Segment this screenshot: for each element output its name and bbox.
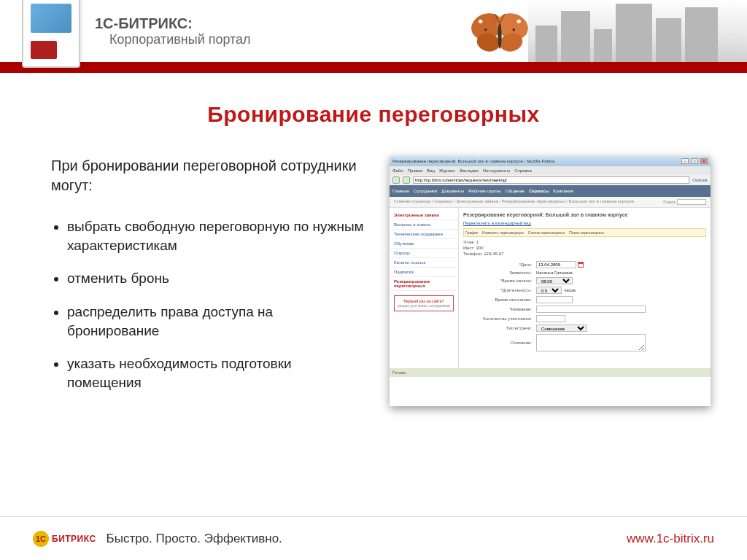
svg-point-5 (517, 20, 521, 23)
page-title: Резервирование переговорной: Большой зал… (463, 212, 706, 217)
nav-item[interactable]: Главная (392, 189, 409, 193)
end-time-label: Время окончания: (463, 298, 536, 302)
start-time-select[interactable]: 08:00 (536, 277, 573, 284)
bullet-item: выбрать свободную переговорную по нужным… (67, 217, 368, 254)
type-select[interactable]: Совещание (536, 324, 587, 332)
sidebar-item[interactable]: Вопросы и ответы (390, 220, 458, 230)
url-input[interactable] (413, 176, 689, 184)
window-controls: – □ × (681, 158, 708, 164)
nav-item[interactable]: Документы (441, 189, 464, 193)
svg-point-8 (498, 23, 501, 49)
portal-nav: Главная Сотрудники Документы Рабочие гру… (390, 185, 711, 197)
brand-subtitle: Корпоративный портал (109, 32, 251, 47)
address-bar: Outlook (390, 175, 711, 185)
back-icon[interactable] (392, 176, 400, 184)
menu-item[interactable]: Инструменты (483, 168, 510, 173)
calendar-view-link[interactable]: Переключить в календарный вид (463, 221, 531, 225)
nav-item[interactable]: Общение (506, 189, 525, 193)
menu-item[interactable]: Справка (514, 168, 532, 173)
bullet-item: распределить права доступа на бронирован… (67, 303, 368, 340)
slide-content: При бронировании переговорной сотрудники… (0, 127, 747, 406)
participants-input[interactable] (536, 315, 565, 322)
window-titlebar: Резервирование переговорной: Большой зал… (390, 156, 711, 166)
close-icon[interactable]: × (700, 158, 708, 164)
participants-label: Количество участников: (463, 316, 536, 321)
maximize-icon[interactable]: □ (691, 158, 698, 164)
requester-value: Наталья Гришина (536, 271, 573, 275)
desc-label: Описание: (463, 341, 536, 345)
promo-box[interactable]: Первый раз на сайте? раздел для новых со… (394, 295, 454, 311)
search-label: Поиск (663, 200, 676, 204)
menu-item[interactable]: Журнал (439, 168, 455, 173)
brand-title: 1С-БИТРИКС: (95, 15, 251, 32)
lead-text: При бронировании переговорной сотрудники… (51, 156, 368, 195)
start-time-label: *Время начала: (463, 279, 536, 283)
slide-header: 1С-БИТРИКС: Корпоративный портал (0, 0, 747, 73)
name-label: *Название: (463, 307, 536, 311)
requester-label: Заявитель: (463, 271, 536, 275)
end-time-input[interactable] (536, 296, 573, 303)
browser-screenshot: Резервирование переговорной: Большой зал… (390, 156, 711, 406)
svg-point-6 (484, 28, 487, 31)
slide-title: Бронирование переговорных (0, 102, 747, 127)
desc-textarea[interactable] (536, 334, 646, 351)
sidebar-item[interactable]: Резервирование переговорных (390, 277, 458, 291)
breadcrumb-bar: Главная страница / Сервисы / Электронные… (390, 197, 711, 208)
nav-item[interactable]: Рабочие группы (468, 189, 501, 193)
menu-item[interactable]: Вид (427, 168, 435, 173)
status-bar: Готово (390, 368, 711, 377)
search-input[interactable] (677, 199, 706, 205)
menu-item[interactable]: Закладки (460, 168, 479, 173)
window-title: Резервирование переговорной: Большой зал… (392, 159, 555, 163)
butterfly-icon (467, 7, 533, 58)
sidebar-item[interactable]: Электронные заявки (390, 211, 458, 220)
toolbar-item[interactable]: Поиск переговорных (569, 230, 604, 235)
menu-item[interactable]: Правка (408, 168, 422, 173)
calendar-icon[interactable] (578, 262, 584, 268)
cityscape-graphic (528, 0, 747, 62)
slide-footer: 1С БИТРИКС Быстро. Просто. Эффективно. w… (0, 516, 747, 560)
sidebar-item[interactable]: Опросы (390, 249, 458, 258)
footer-url: www.1c-bitrix.ru (627, 532, 714, 546)
bullet-item: отменить бронь (67, 269, 368, 288)
bullet-list: выбрать свободную переговорную по нужным… (51, 217, 368, 392)
duration-label: *Длительность: (463, 288, 536, 292)
logo-text: БИТРИКС (52, 534, 96, 544)
breadcrumb[interactable]: Главная страница / Сервисы / Электронные… (394, 199, 634, 205)
minimize-icon[interactable]: – (681, 158, 689, 164)
product-box-graphic (22, 0, 80, 68)
name-input[interactable] (536, 306, 646, 313)
duration-select[interactable]: 0.5 (536, 287, 562, 294)
sidebar-item[interactable]: Каталог ссылок (390, 258, 458, 268)
nav-item[interactable]: Компания (553, 189, 573, 193)
toolbar-item[interactable]: Список переговорных (528, 230, 565, 235)
forward-icon[interactable] (403, 176, 410, 184)
nav-item[interactable]: Сотрудники (414, 189, 438, 193)
toolbar-item[interactable]: График (465, 230, 478, 235)
type-label: Тип встречи: (463, 326, 536, 330)
date-label: *Дата: (463, 262, 536, 267)
sidebar-item[interactable]: Подписка (390, 268, 458, 277)
outlook-button[interactable]: Outlook (692, 178, 708, 182)
logo-circle-icon: 1С (33, 531, 49, 547)
room-info: Этаж: 1 Мест: 300 Телефон: 123-45-67 (463, 240, 706, 257)
nav-item[interactable]: Сервисы (529, 189, 549, 193)
menu-item[interactable]: Файл (392, 168, 403, 173)
sidebar-item[interactable]: Техническая поддержка (390, 230, 458, 239)
browser-menubar: Файл Правка Вид Журнал Закладки Инструме… (390, 166, 711, 175)
logo-1c-bitrix: 1С БИТРИКС (33, 531, 96, 547)
portal-sidebar: Электронные заявки Вопросы и ответы Техн… (390, 208, 459, 368)
toolbar-item[interactable]: Изменить переговорную (482, 230, 524, 235)
bullet-item: указать необходимость подготовки помещен… (67, 354, 368, 392)
action-toolbar: График Изменить переговорную Список пере… (463, 228, 706, 237)
date-input[interactable] (536, 261, 576, 268)
svg-point-7 (513, 28, 516, 31)
portal-main: Резервирование переговорной: Большой зал… (459, 208, 711, 368)
promo-sub: раздел для новых сотрудников (398, 303, 450, 308)
footer-tagline: Быстро. Просто. Эффективно. (107, 532, 282, 546)
svg-point-4 (479, 20, 482, 23)
sidebar-item[interactable]: Обучение (390, 239, 458, 249)
